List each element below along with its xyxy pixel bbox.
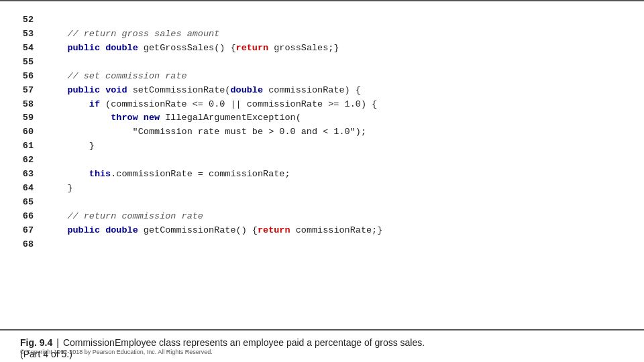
code-line-62 — [46, 154, 624, 168]
code-line-53: // return gross sales amount — [46, 27, 624, 42]
line-num-59: 59 — [20, 111, 34, 125]
caption-description: CommissionEmployee class represents an e… — [63, 337, 425, 348]
page: 52 53 54 55 56 57 58 59 60 61 62 63 64 6… — [0, 0, 644, 362]
line-num-64: 64 — [20, 182, 34, 196]
line-num-52: 52 — [20, 13, 34, 27]
code-line-55 — [46, 56, 624, 70]
code-line-60: "Commission rate must be > 0.0 and < 1.0… — [46, 125, 624, 139]
line-num-58: 58 — [20, 98, 34, 112]
line-num-68: 68 — [20, 238, 34, 252]
code-area: 52 53 54 55 56 57 58 59 60 61 62 63 64 6… — [0, 1, 644, 328]
code-line-57: public void setCommissionRate(double com… — [46, 84, 624, 98]
fig-label: Fig. 9.4 — [20, 337, 52, 348]
line-numbers: 52 53 54 55 56 57 58 59 60 61 62 63 64 6… — [20, 13, 46, 321]
line-num-66: 66 — [20, 210, 34, 224]
line-num-55: 55 — [20, 56, 34, 70]
code-content: // return gross sales amount public doub… — [46, 13, 624, 321]
code-line-58: if (commissionRate <= 0.0 || commissionR… — [46, 98, 624, 112]
line-num-67: 67 — [20, 224, 34, 238]
caption-separator: | — [56, 337, 59, 348]
code-line-68 — [46, 238, 624, 252]
code-line-65 — [46, 196, 624, 210]
code-line-56: // set commission rate — [46, 70, 624, 84]
line-num-54: 54 — [20, 42, 34, 56]
line-num-57: 57 — [20, 84, 34, 98]
line-num-60: 60 — [20, 125, 34, 139]
line-num-61: 61 — [20, 139, 34, 154]
line-num-65: 65 — [20, 196, 34, 210]
code-line-54: public double getGrossSales() {return gr… — [46, 42, 624, 56]
code-line-64: } — [46, 182, 624, 196]
line-num-53: 53 — [20, 27, 34, 42]
code-line-59: throw new IllegalArgumentException( — [46, 111, 624, 125]
code-line-67: public double getCommissionRate() {retur… — [46, 224, 624, 238]
line-num-62: 62 — [20, 154, 34, 168]
code-line-63: this.commissionRate = commissionRate; — [46, 168, 624, 182]
caption-line1: Fig. 9.4 | CommissionEmployee class repr… — [20, 337, 624, 348]
code-line-66: // return commission rate — [46, 210, 624, 224]
line-num-63: 63 — [20, 168, 34, 182]
code-line-52 — [46, 13, 624, 27]
copyright-text: © Copyright 1992-2018 by Pearson Educati… — [20, 349, 213, 355]
caption-area: Fig. 9.4 | CommissionEmployee class repr… — [0, 330, 644, 362]
line-num-56: 56 — [20, 70, 34, 84]
code-line-61: } — [46, 139, 624, 154]
